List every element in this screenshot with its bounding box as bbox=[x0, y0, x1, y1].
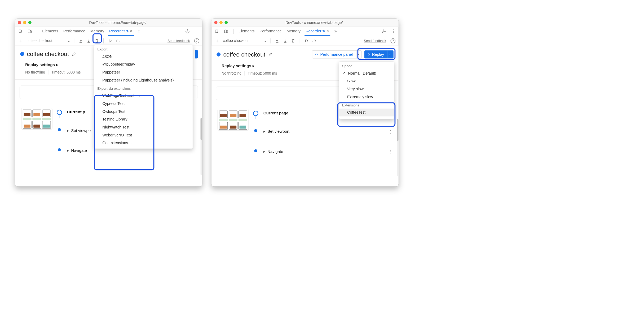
chevron-down-icon: ▾ bbox=[358, 53, 359, 56]
window-title: DevTools - chrome://new-tab-page/ bbox=[36, 20, 199, 25]
tab-recorder[interactable]: Recorder⚗✕ bbox=[306, 29, 329, 33]
close-tab-button[interactable]: ✕ bbox=[130, 29, 133, 33]
recording-name: coffee checkout bbox=[27, 50, 69, 58]
devtools-window-right: DevTools - chrome://new-tab-page/ Elemen… bbox=[211, 18, 399, 187]
close-window-button[interactable] bbox=[214, 21, 217, 24]
kebab-menu-icon[interactable]: ⋮ bbox=[391, 29, 395, 34]
step-icon[interactable] bbox=[115, 38, 121, 44]
page-thumbnail bbox=[21, 108, 52, 130]
performance-panel-button[interactable]: Performance panel ▾ bbox=[312, 50, 361, 58]
import-icon[interactable] bbox=[78, 38, 83, 44]
send-feedback-link[interactable]: Send feedback bbox=[364, 39, 386, 43]
export-puppeteer-replay[interactable]: @puppeteer/replay bbox=[94, 61, 193, 68]
chevron-up-icon: ▴ bbox=[389, 53, 390, 56]
device-toolbar-icon[interactable] bbox=[28, 29, 32, 33]
import-icon[interactable] bbox=[274, 38, 280, 44]
continue-icon[interactable] bbox=[304, 38, 309, 44]
maximize-window-button[interactable] bbox=[28, 21, 32, 24]
play-icon bbox=[367, 53, 370, 56]
page-thumbnail bbox=[218, 109, 249, 130]
add-recording-button[interactable]: ＋ bbox=[18, 37, 23, 44]
recorder-toolbar: ＋ coffee checkout⌄ Send feedback ? bbox=[15, 36, 202, 46]
kebab-menu-icon[interactable]: ⋮ bbox=[195, 29, 199, 34]
tab-performance[interactable]: Performance bbox=[260, 29, 282, 33]
speed-slow[interactable]: Slow bbox=[339, 77, 394, 85]
recorder-content: coffee checkout Performance panel ▾ Repl… bbox=[211, 46, 398, 186]
edit-name-icon[interactable] bbox=[268, 52, 273, 57]
inspect-icon[interactable] bbox=[18, 29, 23, 33]
help-icon[interactable]: ? bbox=[390, 38, 395, 43]
device-toolbar-icon[interactable] bbox=[224, 29, 228, 33]
export-get-extensions[interactable]: Get extensions… bbox=[94, 139, 193, 147]
send-feedback-link[interactable]: Send feedback bbox=[167, 39, 190, 43]
caret-right-icon: ▸ bbox=[67, 128, 69, 133]
step-set-viewport[interactable]: ▸Set viewport bbox=[263, 129, 289, 134]
replay-button-peek bbox=[195, 50, 198, 59]
edit-name-icon[interactable] bbox=[72, 51, 76, 56]
tab-performance[interactable]: Performance bbox=[63, 29, 85, 33]
delete-icon[interactable] bbox=[94, 38, 100, 44]
export-webpagetest[interactable]: WebPageTest custom bbox=[94, 92, 193, 100]
tab-memory[interactable]: Memory bbox=[90, 29, 104, 33]
export-owloops[interactable]: Owloops Test bbox=[94, 107, 193, 115]
step-kebab-icon[interactable]: ⋮ bbox=[388, 129, 392, 134]
minimize-window-button[interactable] bbox=[23, 21, 26, 24]
export-puppeteer[interactable]: Puppeteer bbox=[94, 68, 193, 76]
svg-point-8 bbox=[383, 31, 384, 32]
export-puppeteer-lighthouse[interactable]: Puppeteer (including Lighthouse analysis… bbox=[94, 76, 193, 84]
step-set-viewport[interactable]: ▸Set viewpo bbox=[67, 128, 91, 133]
devtools-tabs: Elements Performance Memory Recorder⚗✕ »… bbox=[15, 27, 202, 36]
speed-extremely-slow[interactable]: Extremely slow bbox=[339, 93, 394, 101]
flask-icon: ⚗ bbox=[126, 29, 129, 33]
gauge-icon bbox=[315, 53, 319, 57]
svg-point-3 bbox=[187, 31, 188, 32]
continue-icon[interactable] bbox=[107, 38, 113, 44]
export-icon[interactable] bbox=[282, 38, 288, 44]
export-cypress[interactable]: Cypress Test bbox=[94, 100, 193, 107]
step-current-page[interactable]: Current page bbox=[263, 111, 288, 115]
replay-ext-header: Extensions bbox=[339, 101, 394, 109]
window-title: DevTools - chrome://new-tab-page/ bbox=[232, 20, 396, 25]
step-icon[interactable] bbox=[312, 38, 317, 44]
recorder-toolbar: ＋ coffee checkout⌄ Send feedback ? bbox=[211, 36, 398, 46]
step-current-page[interactable]: Current p bbox=[67, 110, 85, 114]
step-kebab-icon[interactable]: ⋮ bbox=[388, 149, 392, 154]
recording-select[interactable]: coffee checkout⌄ bbox=[223, 38, 267, 43]
titlebar: DevTools - chrome://new-tab-page/ bbox=[211, 19, 398, 27]
speed-normal[interactable]: Normal (Default) bbox=[339, 69, 394, 77]
tab-elements[interactable]: Elements bbox=[42, 29, 58, 33]
delete-icon[interactable] bbox=[290, 38, 296, 44]
replay-button[interactable]: Replay ▴ bbox=[364, 50, 394, 58]
settings-gear-icon[interactable] bbox=[185, 29, 190, 34]
step-navigate[interactable]: ▸Navigate bbox=[67, 148, 87, 153]
export-nightwatch[interactable]: Nightwatch Test bbox=[94, 123, 193, 131]
caret-right-icon: ▸ bbox=[67, 148, 69, 153]
close-window-button[interactable] bbox=[18, 21, 21, 24]
step-navigate[interactable]: ▸Navigate bbox=[263, 149, 283, 154]
devtools-tabs: Elements Performance Memory Recorder⚗✕ »… bbox=[211, 27, 398, 36]
tab-recorder[interactable]: Recorder⚗✕ bbox=[109, 29, 133, 33]
replay-ext-coffeetest[interactable]: CoffeeTest bbox=[339, 109, 394, 117]
tab-memory[interactable]: Memory bbox=[287, 29, 301, 33]
recording-select[interactable]: coffee checkout⌄ bbox=[27, 38, 70, 43]
export-webdriverio[interactable]: WebdriverIO Test bbox=[94, 131, 193, 139]
tab-elements[interactable]: Elements bbox=[239, 29, 254, 33]
speed-very-slow[interactable]: Very slow bbox=[339, 85, 394, 93]
more-tabs-button[interactable]: » bbox=[334, 29, 337, 34]
scrollbar[interactable] bbox=[397, 119, 398, 176]
status-dot bbox=[20, 52, 24, 56]
minimize-window-button[interactable] bbox=[219, 21, 223, 24]
scrollbar[interactable] bbox=[201, 118, 202, 175]
settings-gear-icon[interactable] bbox=[381, 29, 386, 34]
export-testing-library[interactable]: Testing Library bbox=[94, 115, 193, 123]
inspect-icon[interactable] bbox=[215, 29, 219, 33]
speed-header: Speed bbox=[339, 62, 394, 69]
help-icon[interactable]: ? bbox=[194, 38, 199, 43]
close-tab-button[interactable]: ✕ bbox=[326, 29, 329, 33]
export-json[interactable]: JSON bbox=[94, 53, 193, 61]
export-icon[interactable] bbox=[86, 38, 91, 44]
add-recording-button[interactable]: ＋ bbox=[215, 37, 220, 44]
maximize-window-button[interactable] bbox=[224, 21, 228, 24]
caret-right-icon: ▸ bbox=[263, 129, 266, 134]
more-tabs-button[interactable]: » bbox=[138, 29, 140, 34]
